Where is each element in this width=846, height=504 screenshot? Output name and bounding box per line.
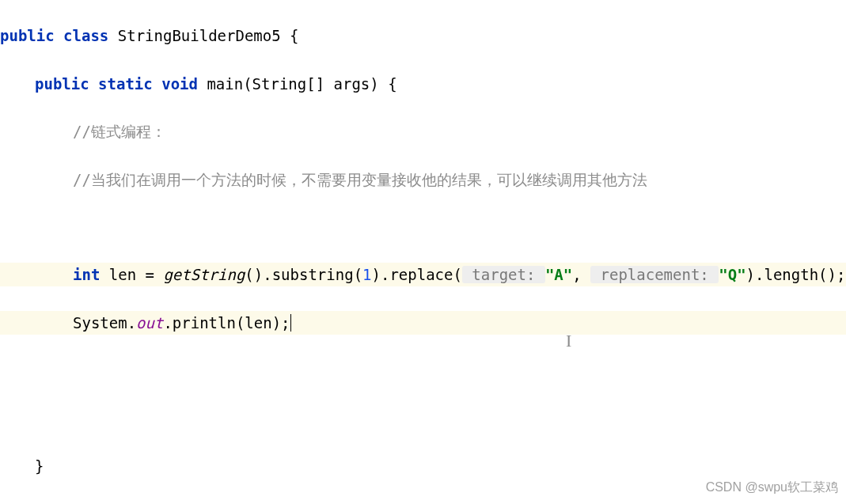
keyword-void: void xyxy=(161,75,198,93)
param-hint: target: xyxy=(462,266,545,283)
string-literal: "Q" xyxy=(719,266,745,283)
code-text: ().substring( xyxy=(245,266,362,283)
code-editor[interactable]: public class StringBuilderDemo5 { public… xyxy=(0,0,846,504)
method-sig: main(String[] args) { xyxy=(207,75,396,93)
code-text: len = xyxy=(100,266,163,283)
class-name: StringBuilderDemo5 { xyxy=(118,27,299,44)
keyword-static: static xyxy=(98,75,153,93)
code-text: System. xyxy=(73,314,136,332)
code-text: .println(len); xyxy=(163,314,290,332)
code-text: ).replace( xyxy=(372,266,462,283)
text-caret xyxy=(290,314,291,332)
keyword-public: public xyxy=(35,75,89,93)
keyword-public: public xyxy=(0,27,55,44)
method-call: getString xyxy=(163,266,245,283)
comment: //链式编程： xyxy=(73,123,166,140)
string-literal: "A" xyxy=(545,266,572,283)
keyword-int: int xyxy=(73,266,100,283)
brace: } xyxy=(35,457,44,475)
text-cursor-icon: I xyxy=(566,327,571,354)
param-hint: replacement: xyxy=(590,266,719,283)
number-literal: 1 xyxy=(362,266,371,283)
keyword-class: class xyxy=(63,27,108,44)
code-text: , xyxy=(572,266,590,283)
comment: //当我们在调用一个方法的时候，不需要用变量接收他的结果，可以继续调用其他方法 xyxy=(73,171,647,188)
code-text: ).length(); xyxy=(746,266,846,283)
watermark: CSDN @swpu软工菜鸡 xyxy=(706,477,838,498)
field-out: out xyxy=(136,314,163,332)
